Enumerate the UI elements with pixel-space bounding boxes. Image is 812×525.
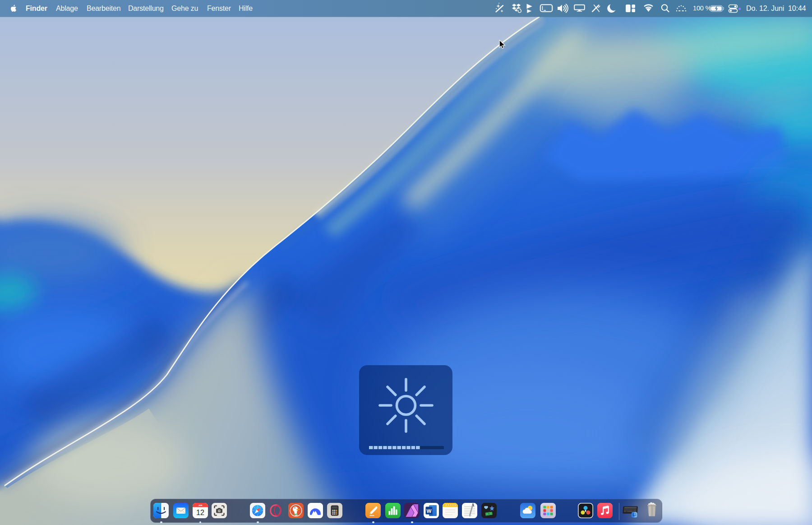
svg-text:JUN: JUN (198, 504, 202, 506)
svg-text:W: W (426, 508, 431, 514)
svg-text:12: 12 (196, 509, 204, 516)
